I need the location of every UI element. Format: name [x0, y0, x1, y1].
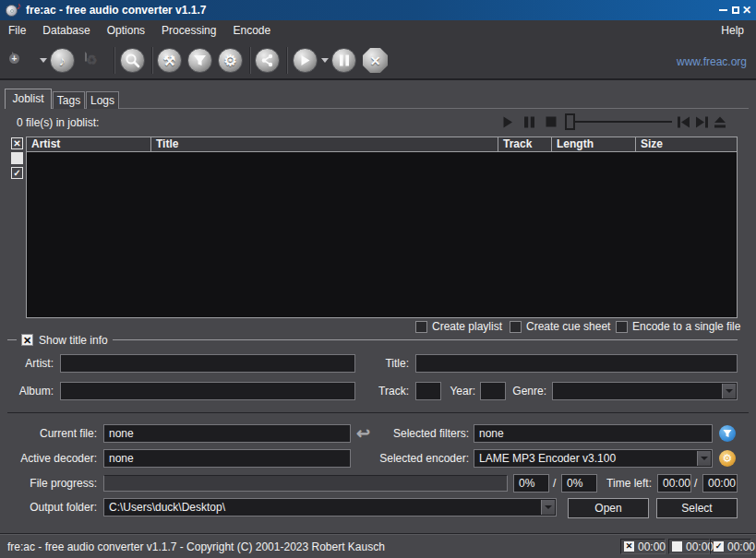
stop-button[interactable] [543, 113, 559, 130]
create-cue-sheet-label: Create cue sheet [526, 320, 610, 333]
show-title-info-toggle[interactable]: ✕ Show title info [17, 333, 113, 347]
output-folder-dropdown-button[interactable] [541, 500, 555, 515]
magnifier-icon [125, 53, 140, 68]
show-title-info-label: Show title info [39, 334, 108, 347]
seek-slider-handle[interactable] [565, 113, 575, 130]
seek-slider-track[interactable] [565, 121, 672, 123]
pause-encoding-button[interactable] [331, 48, 356, 73]
progress-separator: / [553, 474, 556, 493]
column-track[interactable]: Track [498, 137, 552, 152]
joblist-table[interactable]: Artist Title Track Length Size [26, 137, 738, 318]
select-none-button[interactable] [11, 152, 23, 164]
add-files-button[interactable]: ♪ + [12, 48, 14, 61]
time-selected-value: 00:00 [727, 540, 755, 553]
components-button[interactable] [255, 48, 280, 73]
track-progress-value: 0% [513, 474, 549, 493]
time-selected-widget: ✓ 00:00 [710, 539, 751, 554]
toolbar-separator [151, 47, 153, 74]
create-playlist-label: Create playlist [432, 320, 502, 333]
filters-settings-button[interactable] [719, 425, 736, 442]
genre-dropdown-button[interactable] [722, 384, 736, 398]
tab-joblist[interactable]: Joblist [5, 89, 52, 109]
check-box-icon: ✓ [714, 541, 724, 552]
toggle-selection-button[interactable]: ✓ [11, 167, 23, 179]
share-icon [260, 53, 274, 67]
encode-single-file-checkbox[interactable] [616, 321, 628, 333]
title-label: Title: [355, 354, 409, 373]
minimize-icon [719, 9, 727, 11]
close-icon: ✕ [742, 4, 751, 17]
column-length[interactable]: Length [552, 137, 636, 152]
window-title: fre:ac - free audio converter v1.1.7 [26, 4, 206, 17]
menu-processing[interactable]: Processing [153, 20, 224, 42]
unchecked-box-icon [672, 541, 682, 552]
close-button[interactable]: ✕ [739, 0, 754, 20]
create-playlist-option[interactable]: Create playlist [415, 320, 502, 333]
add-files-dropdown-icon[interactable] [40, 58, 47, 63]
stop-encoding-button[interactable]: ✕ [363, 48, 388, 73]
gear-icon: ⚙ [223, 52, 236, 69]
tab-logs[interactable]: Logs [86, 91, 119, 109]
selected-encoder-value: LAME MP3 Encoder v3.100 [479, 450, 695, 467]
processing-settings-button[interactable] [187, 48, 212, 73]
music-note-icon: ♪ [59, 53, 66, 68]
play-button[interactable] [499, 113, 516, 130]
menu-file[interactable]: File [0, 20, 34, 42]
joblist-header: Artist Title Track Length Size [27, 137, 737, 152]
track-input[interactable] [415, 382, 441, 400]
previous-track-button[interactable] [675, 113, 691, 130]
column-size[interactable]: Size [636, 137, 737, 152]
menu-options[interactable]: Options [99, 20, 153, 42]
current-file-value: none [103, 424, 351, 443]
menu-encode[interactable]: Encode [224, 20, 279, 42]
show-title-info-checkbox[interactable]: ✕ [21, 334, 33, 346]
create-cue-sheet-checkbox[interactable] [510, 321, 522, 333]
time-left-track-value: 00:00 [657, 474, 691, 493]
reload-icon[interactable]: ↩ [356, 425, 370, 442]
group-divider-line [7, 339, 738, 340]
genre-label: Genre: [506, 382, 546, 400]
open-button[interactable]: Open [568, 498, 649, 518]
encoder-config-button[interactable]: ⚙ [719, 450, 736, 467]
menubar: File Database Options Processing Encode … [0, 20, 756, 42]
selected-encoder-label: Selected encoder: [374, 449, 469, 468]
start-encoding-button[interactable] [293, 48, 318, 73]
encoder-settings-button[interactable]: ⚙ [218, 48, 243, 73]
select-all-icon: ✕ [13, 138, 20, 148]
column-artist[interactable]: Artist [27, 137, 151, 152]
year-input[interactable] [480, 382, 506, 400]
select-button[interactable]: Select [656, 498, 738, 518]
freac-website-link[interactable]: www.freac.org [677, 55, 747, 68]
funnel-icon [723, 429, 732, 438]
select-all-button[interactable]: ✕ [11, 137, 23, 149]
maximize-icon [732, 6, 739, 14]
create-playlist-checkbox[interactable] [415, 321, 427, 333]
artist-input[interactable] [60, 354, 355, 373]
eject-button[interactable] [712, 113, 728, 130]
album-input[interactable] [60, 382, 355, 400]
column-title[interactable]: Title [151, 137, 498, 152]
next-track-button[interactable] [693, 113, 710, 130]
encode-single-file-option[interactable]: Encode to a single file [616, 320, 740, 333]
menu-database[interactable]: Database [34, 20, 98, 42]
add-audio-cd-button[interactable]: ♪ [50, 48, 75, 73]
start-encoding-dropdown-icon[interactable] [321, 58, 329, 63]
output-folder-combobox[interactable]: C:\Users\duck\Desktop\ [103, 498, 557, 516]
title-input[interactable] [415, 354, 738, 373]
total-progress-value: 0% [561, 474, 597, 493]
menu-help[interactable]: Help [713, 20, 752, 42]
tab-tags[interactable]: Tags [53, 91, 85, 109]
genre-combobox[interactable] [552, 382, 738, 400]
general-settings-button[interactable]: ⚒ [157, 48, 182, 73]
encoder-dropdown-button[interactable] [697, 451, 711, 466]
pause-button[interactable] [521, 113, 537, 130]
tools-icon: ⚒ [163, 53, 175, 69]
active-decoder-label: Active decoder: [0, 449, 97, 468]
clear-joblist-button[interactable]: ♻ [85, 48, 87, 61]
create-cue-sheet-option[interactable]: Create cue sheet [510, 320, 610, 333]
cddb-query-button[interactable] [120, 48, 145, 73]
encode-single-file-label: Encode to a single file [632, 320, 740, 333]
selected-encoder-combobox[interactable]: LAME MP3 Encoder v3.100 [474, 449, 713, 468]
section-divider [7, 412, 749, 413]
track-label: Track: [355, 382, 409, 400]
